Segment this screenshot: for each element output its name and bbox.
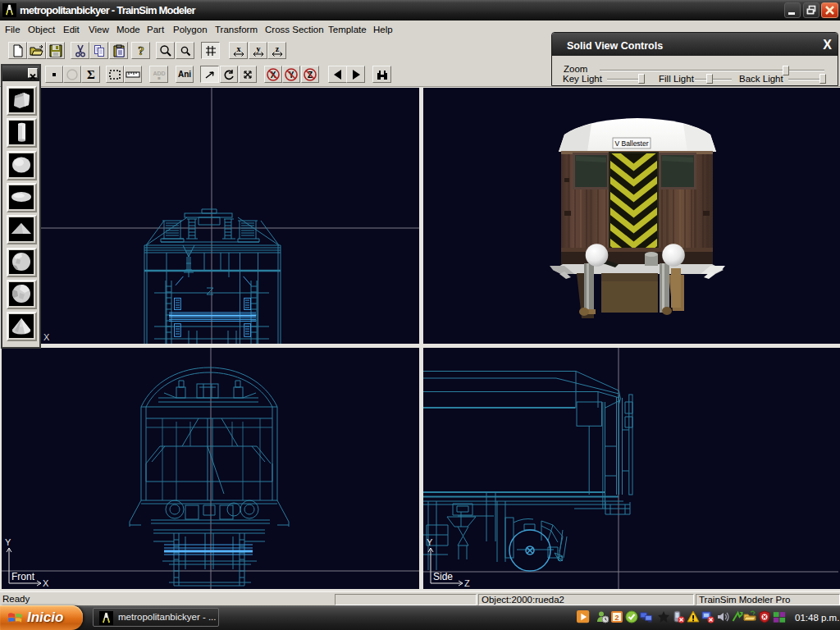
svg-text:V Ballester: V Ballester <box>614 139 648 148</box>
svg-text:Front: Front <box>11 571 35 582</box>
svg-text:Z: Z <box>464 578 470 588</box>
svg-text:Ani: Ani <box>178 70 191 79</box>
svg-text:?: ? <box>138 44 144 57</box>
svg-text:y: y <box>256 44 260 53</box>
svg-text:z: z <box>275 44 279 53</box>
svg-text:Y: Y <box>5 537 11 547</box>
svg-text:x: x <box>236 44 240 53</box>
svg-text:2: 2 <box>614 614 619 622</box>
svg-text:Y: Y <box>427 537 433 547</box>
svg-text:■: ■ <box>158 75 161 80</box>
svg-text:X: X <box>43 578 49 588</box>
svg-text:Σ: Σ <box>87 68 95 81</box>
svg-text:Side: Side <box>433 571 453 582</box>
